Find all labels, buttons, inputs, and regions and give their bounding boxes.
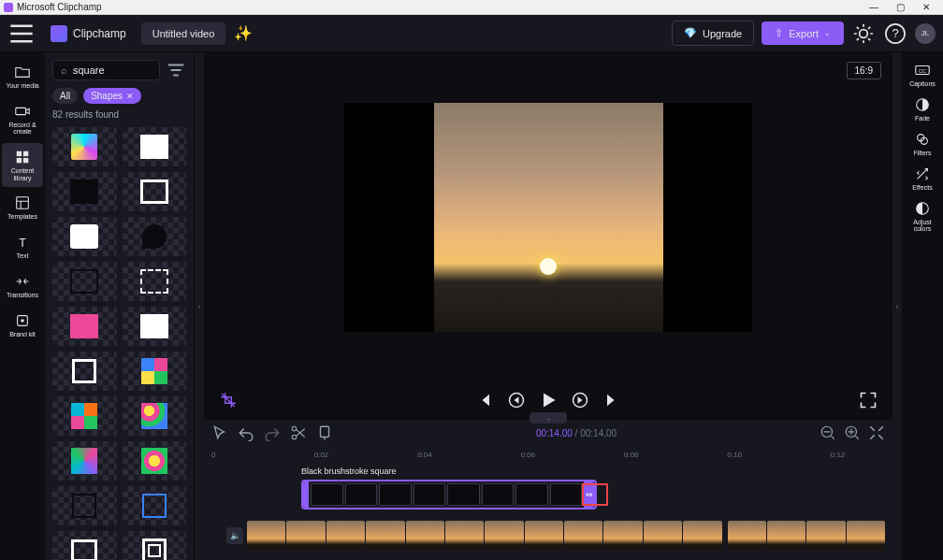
filter-button[interactable] [166,60,186,80]
preview-area [204,52,892,381]
split-button[interactable] [290,424,307,441]
shape-thumb[interactable] [52,486,117,525]
redo-button[interactable] [264,424,281,441]
shape-thumb[interactable] [123,172,187,211]
skip-start-button[interactable] [475,391,494,409]
templates-icon [14,194,31,211]
window-minimize[interactable]: — [861,2,887,12]
undo-button[interactable] [238,424,254,441]
upgrade-button[interactable]: 💎 Upgrade [672,21,754,46]
shape-thumb[interactable] [52,127,117,166]
search-input[interactable] [73,65,152,76]
video-clip[interactable] [247,521,885,551]
results-count: 82 results found [45,109,194,127]
shape-thumb[interactable] [123,217,187,256]
right-rail: CC Captions Fade Filters Effects Adjust … [902,52,943,560]
right-filters[interactable]: Filters [905,131,940,156]
upload-icon: ⇧ [775,27,783,39]
export-button[interactable]: ⇧ Export ⌄ [762,22,844,45]
shape-thumb[interactable] [123,486,187,525]
nav-record-create[interactable]: Record & create [2,97,43,141]
user-avatar[interactable]: JL [915,23,936,44]
shape-thumb[interactable] [52,531,117,560]
adjust-colors-icon [914,200,931,217]
window-close[interactable]: ✕ [913,2,939,12]
svg-text:T: T [19,237,26,250]
export-label: Export [789,28,819,39]
step-back-button[interactable] [507,391,526,409]
video-preview[interactable] [344,103,752,332]
fit-button[interactable] [868,424,885,441]
fullscreen-button[interactable] [859,391,878,409]
project-title[interactable]: Untitled video [141,22,226,45]
shape-thumb[interactable] [52,307,117,346]
folder-icon [14,64,31,80]
timecode: 00:14.00 / 00:14.00 [536,428,617,438]
shape-thumb[interactable] [123,307,187,346]
close-icon[interactable]: ✕ [126,92,134,101]
nav-your-media[interactable]: Your media [2,58,43,95]
shape-thumb[interactable] [52,352,117,391]
right-captions[interactable]: CC Captions [905,62,940,87]
svg-text:?: ? [892,26,898,40]
shape-thumb[interactable] [52,217,117,256]
shape-thumb[interactable] [123,352,187,391]
shape-thumb[interactable] [52,396,117,436]
drag-handle-icon: ⇔ [586,490,593,499]
mute-button[interactable]: 🔈 [226,527,243,544]
svg-rect-16 [321,426,329,437]
shape-thumb[interactable] [123,396,187,436]
panel-collapse-handle[interactable]: ‹ [195,52,204,560]
search-box[interactable]: ⌕ [52,60,160,80]
chip-shapes[interactable]: Shapes ✕ [83,88,141,104]
nav-text[interactable]: T Text [2,228,43,266]
window-maximize[interactable]: ▢ [887,2,913,12]
shape-thumb[interactable] [123,531,187,560]
aspect-ratio-button[interactable]: 16:9 [847,62,881,79]
crop-disabled-icon[interactable] [219,391,238,409]
right-fade[interactable]: Fade [905,96,940,122]
zoom-out-button[interactable] [820,424,836,441]
brand-logo[interactable]: Clipchamp [43,22,134,46]
timeline-drag-handle[interactable]: ⌄ [530,412,567,424]
chip-all[interactable]: All [52,88,78,104]
svg-point-0 [860,29,868,37]
filters-icon [914,131,931,148]
timeline-ruler[interactable]: 0 0:02 0:04 0:06 0:08 0:10 0:12 [204,446,892,463]
help-button[interactable]: ? [883,22,907,46]
nav-content-library[interactable]: Content library [2,143,43,187]
settings-button[interactable] [851,22,876,46]
library-icon [14,149,31,165]
ai-sparkle-icon[interactable]: ✨ [233,23,254,44]
right-adjust-colors[interactable]: Adjust colors [905,200,940,232]
right-panel-collapse[interactable]: ‹ [892,52,902,560]
window-titlebar: Microsoft Clipchamp — ▢ ✕ [0,0,943,15]
clip-label: Black brushstroke square [301,467,885,476]
shape-thumb[interactable] [123,262,187,301]
shape-results-grid [45,127,194,560]
svg-text:CC: CC [919,68,926,74]
shape-thumb[interactable] [123,441,187,481]
svg-rect-3 [16,108,26,114]
nav-brand-kit[interactable]: Brand kit [2,307,43,344]
shape-clip[interactable]: ⇔ [301,480,597,510]
shape-thumb[interactable] [52,172,117,211]
shape-thumb[interactable] [52,441,117,481]
svg-rect-6 [17,158,22,163]
play-button[interactable] [539,391,558,409]
nav-transitions[interactable]: Transitions [2,267,43,305]
zoom-in-button[interactable] [844,424,861,441]
menu-button[interactable] [7,20,36,48]
diamond-icon: 💎 [684,27,697,39]
right-effects[interactable]: Effects [905,165,940,191]
shape-thumb[interactable] [123,127,187,166]
svg-rect-8 [17,197,29,209]
cursor-tool[interactable] [211,424,228,441]
clip-trim-right[interactable]: ⇔ [584,481,595,508]
marker-button[interactable] [316,424,333,441]
nav-templates[interactable]: Templates [2,189,43,226]
shape-thumb[interactable] [52,262,117,301]
text-icon: T [14,234,31,251]
skip-end-button[interactable] [602,391,621,409]
step-forward-button[interactable] [571,391,589,409]
